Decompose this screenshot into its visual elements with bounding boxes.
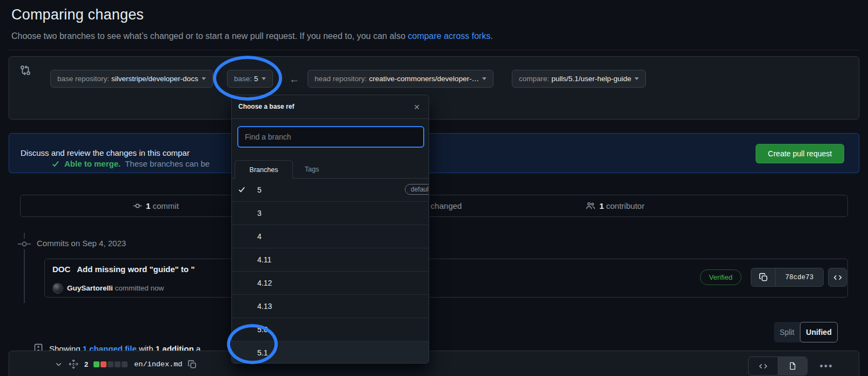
rich-view-button[interactable] <box>778 357 807 375</box>
branch-item-5.0[interactable]: 5.0 <box>232 318 429 341</box>
compare-page: Comparing changes Choose two branches to… <box>0 0 868 376</box>
chevron-down-icon <box>262 77 266 80</box>
page-subtitle: Choose two branches to see what’s change… <box>11 31 493 41</box>
diff-square <box>94 361 99 367</box>
commit-card: DOC Add missing word "guide" to " GuySar… <box>44 259 848 298</box>
copy-icon[interactable] <box>188 360 197 369</box>
commit-author-line: GuySartorelli committed now <box>67 284 164 292</box>
head-repository-selector[interactable]: head repository: creative-commoners/deve… <box>308 70 493 88</box>
split-view-button[interactable]: Split <box>774 322 800 342</box>
code-rich-toggle <box>748 357 807 375</box>
branch-list: 5default344.114.124.135.05.1 <box>232 179 429 364</box>
tab-branches[interactable]: Branches <box>235 160 293 179</box>
commit-icon <box>133 201 142 210</box>
diff-square <box>115 361 121 367</box>
base-ref-dropdown: Choose a base ref ✕ Branches Tags 5defau… <box>231 95 429 364</box>
base-ref-selector[interactable]: base: 5 <box>227 70 273 88</box>
diff-square <box>122 361 128 367</box>
base-repository-selector[interactable]: base repository: silverstripe/developer-… <box>50 70 213 88</box>
branch-item-5[interactable]: 5default <box>232 179 429 202</box>
arrow-left-icon: ← <box>289 74 299 85</box>
copy-icon <box>759 273 768 282</box>
compare-across-forks-link[interactable]: compare across forks <box>408 31 490 41</box>
compare-summary-bar: 1 commit 1 file changed 1 contributor <box>20 195 848 217</box>
source-view-button[interactable] <box>749 357 778 375</box>
find-branch-input[interactable] <box>237 126 424 148</box>
commit-message[interactable]: DOC Add missing word "guide" to " <box>52 265 195 274</box>
chevron-down-icon <box>202 77 206 80</box>
create-pull-request-button[interactable]: Create pull request <box>756 144 844 163</box>
commits-tab[interactable]: 1 commit <box>133 195 179 216</box>
filename[interactable]: en/index.md <box>134 360 182 368</box>
code-icon <box>833 274 842 281</box>
diff-squares <box>94 361 129 367</box>
close-icon[interactable]: ✕ <box>410 101 423 114</box>
page-title: Comparing changes <box>11 6 144 23</box>
avatar[interactable] <box>52 283 63 294</box>
drag-handle-icon[interactable] <box>68 359 79 370</box>
dropdown-title: Choose a base ref <box>238 103 294 110</box>
commit-sha[interactable]: 78cde73 <box>776 268 823 286</box>
contributors-tab[interactable]: 1 contributor <box>586 195 644 216</box>
branch-item-4.12[interactable]: 4.12 <box>232 272 429 295</box>
commit-author[interactable]: GuySartorelli <box>67 284 113 292</box>
subtitle-text: Choose two branches to see what’s change… <box>11 31 408 41</box>
chevron-down-icon[interactable] <box>55 360 63 368</box>
branch-item-4.13[interactable]: 4.13 <box>232 295 429 318</box>
branch-name: 4 <box>257 232 262 241</box>
check-icon <box>238 186 246 194</box>
unified-view-button[interactable]: Unified <box>800 322 838 342</box>
diff-square <box>101 361 106 367</box>
branch-item-4.11[interactable]: 4.11 <box>232 248 429 272</box>
compare-ref-selector[interactable]: compare: pulls/5.1/user-help-guide <box>512 70 646 88</box>
branch-name: 5 <box>257 186 262 194</box>
diff-view-toggle: Split Unified <box>774 322 838 342</box>
file-diff-header: 2 en/index.md ••• <box>9 351 859 376</box>
branch-name: 4.12 <box>257 279 272 287</box>
copy-sha-button[interactable] <box>751 268 776 286</box>
default-branch-badge: default <box>405 184 429 195</box>
git-compare-icon <box>20 65 31 76</box>
branch-name: 4.11 <box>257 255 271 264</box>
commits-date-header: Commits on Sep 4, 2023 <box>37 239 126 248</box>
branch-name: 5.1 <box>257 348 268 357</box>
diff-square <box>108 361 113 367</box>
chevron-down-icon <box>482 77 486 80</box>
branch-range-bar: base repository: silverstripe/developer-… <box>9 56 859 120</box>
dropdown-tabs: Branches Tags <box>232 160 429 179</box>
dropdown-header: Choose a base ref ✕ <box>232 95 429 119</box>
changes-count: 2 <box>84 360 88 368</box>
file-options-kebab[interactable]: ••• <box>816 358 837 375</box>
tab-tags[interactable]: Tags <box>293 160 331 179</box>
branch-name: 4.13 <box>257 302 272 311</box>
branch-item-4[interactable]: 4 <box>232 225 429 248</box>
browse-repo-button[interactable] <box>828 268 847 287</box>
branch-item-5.1[interactable]: 5.1 <box>232 341 429 364</box>
commit-dot-icon <box>17 239 32 249</box>
chevron-down-icon <box>635 77 639 80</box>
branch-name: 3 <box>257 209 262 217</box>
banner-message: Discuss and review the changes in this c… <box>21 148 190 157</box>
branch-name: 5.0 <box>257 325 268 334</box>
header-divider <box>9 50 859 50</box>
commit-sha-group[interactable]: 78cde73 <box>751 268 824 287</box>
people-icon <box>586 201 596 210</box>
verified-badge[interactable]: Verified <box>700 269 742 285</box>
branch-item-3[interactable]: 3 <box>232 202 429 225</box>
